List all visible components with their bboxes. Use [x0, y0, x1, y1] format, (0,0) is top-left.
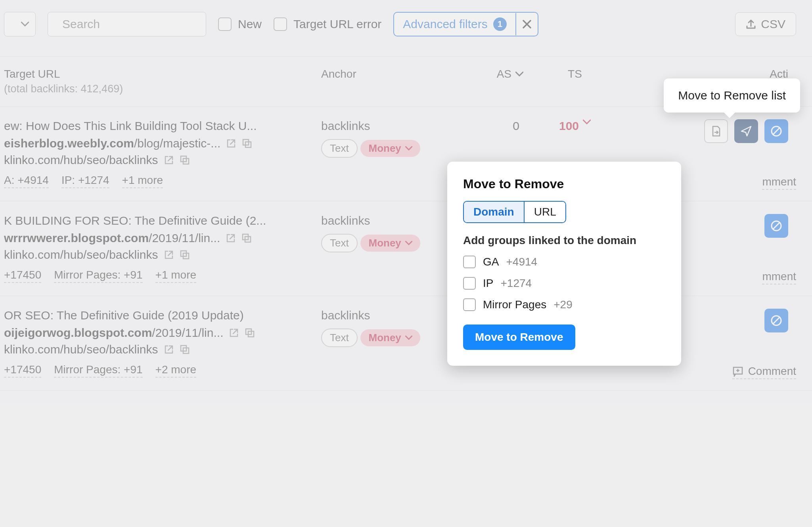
target-url[interactable]: klinko.com/hub/seo/backlinks — [4, 248, 158, 262]
checkbox-icon — [463, 298, 476, 311]
svg-line-13 — [773, 222, 780, 229]
advanced-filters[interactable]: Advanced filters 1 — [393, 12, 538, 36]
group-mirror-pages[interactable]: Mirror Pages +29 — [463, 298, 665, 311]
table-row: K BUILDING FOR SEO: The Definitive Guide… — [0, 201, 812, 296]
move-to-remove-popover: Move to Remove Domain URL Add groups lin… — [447, 162, 681, 366]
target-url[interactable]: klinko.com/hub/seo/backlinks — [4, 153, 158, 167]
copy-icon[interactable] — [180, 344, 190, 355]
meta-item[interactable]: +17450 — [4, 363, 41, 378]
meta-more[interactable]: +2 more — [155, 363, 197, 378]
action-block-button[interactable] — [764, 214, 788, 238]
block-icon — [770, 220, 783, 232]
meta-more[interactable]: +1 more — [122, 174, 163, 188]
meta-item[interactable]: Mirror Pages: +91 — [54, 269, 142, 283]
copy-icon[interactable] — [180, 250, 190, 260]
close-icon — [522, 19, 532, 29]
anchor-text: backlinks — [321, 214, 464, 227]
meta-ga[interactable]: A: +4914 — [4, 174, 49, 188]
popover-subheading: Add groups linked to the domain — [463, 234, 665, 247]
checkbox-icon — [274, 17, 287, 31]
external-link-icon[interactable] — [164, 155, 174, 165]
source-path[interactable]: /blog/majestic-... — [134, 137, 220, 150]
pill-money[interactable]: Money — [360, 235, 420, 252]
chevron-down-icon — [405, 146, 412, 151]
meta-more[interactable]: +1 more — [155, 269, 197, 283]
document-arrow-icon — [710, 125, 722, 137]
chevron-down-icon — [405, 336, 412, 340]
copy-icon[interactable] — [242, 138, 252, 149]
pill-money[interactable]: Money — [360, 329, 420, 346]
add-comment-icon — [732, 366, 743, 377]
source-domain[interactable]: eisherblog.weebly.com — [4, 137, 134, 150]
row-title[interactable]: ew: How Does This Link Building Tool Sta… — [4, 119, 321, 133]
meta-item[interactable]: Mirror Pages: +91 — [54, 363, 142, 378]
action-document-button[interactable] — [704, 119, 728, 143]
table-row: ew: How Does This Link Building Tool Sta… — [0, 107, 812, 201]
row-title[interactable]: OR SEO: The Definitive Guide (2019 Updat… — [4, 309, 321, 322]
move-to-remove-button[interactable]: Move to Remove — [463, 325, 575, 350]
meta-item[interactable]: +17450 — [4, 269, 41, 283]
filter-target-url-error-label: Target URL error — [293, 17, 381, 31]
scope-domain[interactable]: Domain — [464, 202, 524, 222]
pill-text: Text — [321, 328, 358, 347]
copy-icon[interactable] — [180, 155, 190, 165]
pill-money[interactable]: Money — [360, 140, 420, 157]
table-row: OR SEO: The Definitive Guide (2019 Updat… — [0, 296, 812, 391]
advanced-filters-label: Advanced filters — [403, 17, 487, 31]
action-block-button[interactable] — [764, 119, 788, 143]
paper-plane-icon — [740, 125, 752, 137]
action-send-button[interactable] — [734, 119, 758, 143]
advanced-filters-count: 1 — [493, 17, 507, 31]
dropdown-stub[interactable] — [4, 12, 36, 36]
scope-url[interactable]: URL — [524, 202, 566, 222]
search-input-wrapper[interactable] — [48, 12, 206, 36]
svg-line-7 — [773, 128, 780, 135]
comment-link[interactable]: mment — [762, 270, 796, 285]
group-ga[interactable]: GA +4914 — [463, 256, 665, 268]
source-domain[interactable]: wrrrwwerer.blogspot.com — [4, 231, 149, 244]
filter-new-label: New — [238, 17, 262, 31]
anchor-text: backlinks — [321, 119, 464, 133]
source-path[interactable]: /2019/11/lin... — [152, 326, 223, 339]
col-anchor[interactable]: Anchor — [321, 68, 464, 80]
copy-icon[interactable] — [245, 328, 255, 338]
export-csv-button[interactable]: CSV — [735, 12, 796, 36]
chevron-down-icon — [405, 241, 412, 246]
checkbox-icon — [463, 277, 476, 290]
svg-line-19 — [773, 317, 780, 324]
target-url[interactable]: klinko.com/hub/seo/backlinks — [4, 343, 158, 356]
action-block-button[interactable] — [764, 309, 788, 332]
comment-link[interactable]: mment — [762, 176, 796, 190]
external-link-icon[interactable] — [164, 344, 174, 355]
clear-advanced-filters[interactable] — [515, 13, 538, 35]
block-icon — [770, 125, 783, 137]
filter-new[interactable]: New — [218, 17, 262, 31]
checkbox-icon — [218, 17, 232, 31]
row-title[interactable]: K BUILDING FOR SEO: The Definitive Guide… — [4, 214, 321, 227]
group-ip[interactable]: IP +1274 — [463, 277, 665, 290]
chevron-down-icon — [515, 71, 523, 77]
external-link-icon[interactable] — [229, 328, 239, 338]
anchor-text: backlinks — [321, 309, 464, 322]
top-toolbar: New Target URL error Advanced filters 1 … — [0, 0, 812, 56]
popover-title: Move to Remove — [463, 177, 665, 191]
filter-target-url-error[interactable]: Target URL error — [274, 17, 381, 31]
external-link-icon[interactable] — [226, 138, 236, 149]
block-icon — [770, 314, 783, 327]
export-csv-label: CSV — [761, 17, 785, 31]
source-path[interactable]: /2019/11/lin... — [149, 231, 220, 244]
search-input[interactable] — [62, 17, 213, 31]
as-value: 0 — [464, 119, 539, 133]
col-target-url[interactable]: Target URL — [4, 68, 321, 80]
copy-icon[interactable] — [241, 233, 252, 243]
external-link-icon[interactable] — [226, 233, 236, 243]
meta-ip[interactable]: IP: +1274 — [61, 174, 109, 188]
total-backlinks: (total backlinks: 412,469) — [4, 83, 321, 95]
comment-link[interactable]: Comment — [732, 365, 796, 379]
checkbox-icon — [463, 256, 476, 268]
col-as[interactable]: AS — [464, 68, 539, 80]
ts-value[interactable]: 100 — [539, 119, 611, 133]
col-ts[interactable]: TS — [539, 68, 611, 80]
external-link-icon[interactable] — [164, 250, 174, 260]
source-domain[interactable]: oijeigorwog.blogspot.com — [4, 326, 152, 339]
